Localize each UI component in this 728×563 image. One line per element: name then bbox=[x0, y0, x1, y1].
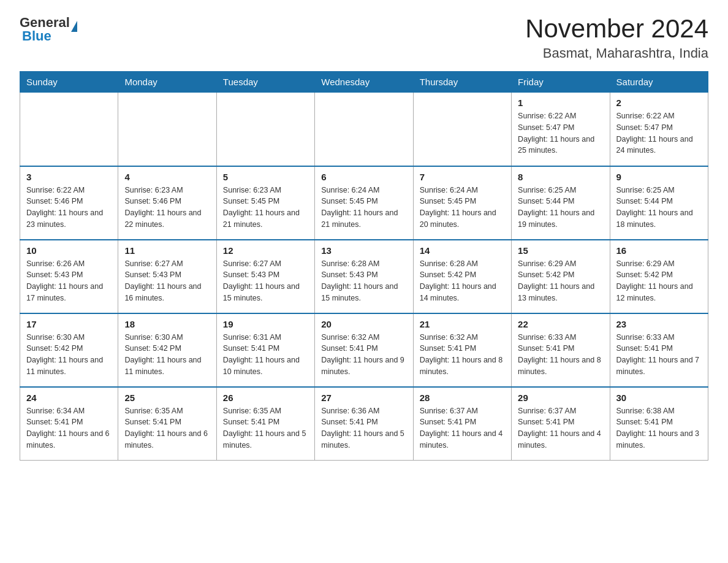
calendar-cell bbox=[118, 93, 216, 166]
day-number: 25 bbox=[124, 393, 210, 403]
day-info: Sunrise: 6:37 AMSunset: 5:41 PMDaylight:… bbox=[420, 405, 505, 451]
day-info: Sunrise: 6:35 AMSunset: 5:41 PMDaylight:… bbox=[124, 405, 210, 451]
calendar-cell: 1Sunrise: 6:22 AMSunset: 5:47 PMDaylight… bbox=[512, 93, 610, 166]
calendar-cell: 17Sunrise: 6:30 AMSunset: 5:42 PMDayligh… bbox=[20, 313, 118, 387]
calendar-cell: 28Sunrise: 6:37 AMSunset: 5:41 PMDayligh… bbox=[413, 387, 511, 461]
day-number: 20 bbox=[321, 319, 406, 329]
day-info: Sunrise: 6:30 AMSunset: 5:42 PMDaylight:… bbox=[26, 332, 112, 378]
calendar-cell: 15Sunrise: 6:29 AMSunset: 5:42 PMDayligh… bbox=[512, 240, 610, 313]
calendar-cell: 26Sunrise: 6:35 AMSunset: 5:41 PMDayligh… bbox=[216, 387, 314, 461]
month-title: November 2024 bbox=[525, 15, 708, 43]
day-number: 19 bbox=[223, 319, 308, 329]
day-number: 21 bbox=[420, 319, 505, 329]
calendar-cell: 2Sunrise: 6:22 AMSunset: 5:47 PMDaylight… bbox=[610, 93, 708, 166]
calendar-cell: 29Sunrise: 6:37 AMSunset: 5:41 PMDayligh… bbox=[512, 387, 610, 461]
day-info: Sunrise: 6:38 AMSunset: 5:41 PMDaylight:… bbox=[616, 405, 702, 451]
calendar-cell: 11Sunrise: 6:27 AMSunset: 5:43 PMDayligh… bbox=[118, 240, 216, 313]
day-number: 5 bbox=[223, 172, 308, 182]
day-number: 24 bbox=[26, 393, 112, 403]
calendar-cell bbox=[315, 93, 413, 166]
day-info: Sunrise: 6:37 AMSunset: 5:41 PMDaylight:… bbox=[518, 405, 603, 451]
day-number: 11 bbox=[124, 245, 210, 256]
day-info: Sunrise: 6:30 AMSunset: 5:42 PMDaylight:… bbox=[124, 332, 210, 378]
day-number: 1 bbox=[518, 98, 603, 108]
calendar-week-row: 24Sunrise: 6:34 AMSunset: 5:41 PMDayligh… bbox=[20, 387, 708, 461]
day-number: 3 bbox=[26, 172, 112, 182]
day-info: Sunrise: 6:26 AMSunset: 5:43 PMDaylight:… bbox=[26, 258, 112, 304]
calendar-cell: 16Sunrise: 6:29 AMSunset: 5:42 PMDayligh… bbox=[610, 240, 708, 313]
day-info: Sunrise: 6:25 AMSunset: 5:44 PMDaylight:… bbox=[518, 185, 603, 231]
calendar-week-row: 1Sunrise: 6:22 AMSunset: 5:47 PMDaylight… bbox=[20, 93, 708, 166]
calendar-cell: 22Sunrise: 6:33 AMSunset: 5:41 PMDayligh… bbox=[512, 313, 610, 387]
day-info: Sunrise: 6:34 AMSunset: 5:41 PMDaylight:… bbox=[26, 405, 112, 451]
location-title: Basmat, Maharashtra, India bbox=[525, 45, 708, 61]
weekday-header-wednesday: Wednesday bbox=[315, 72, 413, 93]
day-info: Sunrise: 6:27 AMSunset: 5:43 PMDaylight:… bbox=[223, 258, 308, 304]
day-number: 30 bbox=[616, 393, 702, 403]
weekday-header-sunday: Sunday bbox=[20, 72, 118, 93]
calendar-week-row: 10Sunrise: 6:26 AMSunset: 5:43 PMDayligh… bbox=[20, 240, 708, 313]
day-info: Sunrise: 6:29 AMSunset: 5:42 PMDaylight:… bbox=[518, 258, 603, 304]
day-number: 29 bbox=[518, 393, 603, 403]
day-number: 28 bbox=[420, 393, 505, 403]
calendar-cell: 30Sunrise: 6:38 AMSunset: 5:41 PMDayligh… bbox=[610, 387, 708, 461]
logo-blue-text: Blue bbox=[22, 28, 77, 44]
day-number: 8 bbox=[518, 172, 603, 182]
calendar-cell: 27Sunrise: 6:36 AMSunset: 5:41 PMDayligh… bbox=[315, 387, 413, 461]
day-number: 15 bbox=[518, 245, 603, 256]
weekday-header-saturday: Saturday bbox=[610, 72, 708, 93]
calendar-cell: 10Sunrise: 6:26 AMSunset: 5:43 PMDayligh… bbox=[20, 240, 118, 313]
calendar-cell: 5Sunrise: 6:23 AMSunset: 5:45 PMDaylight… bbox=[216, 166, 314, 240]
calendar-cell: 18Sunrise: 6:30 AMSunset: 5:42 PMDayligh… bbox=[118, 313, 216, 387]
calendar-cell bbox=[413, 93, 511, 166]
calendar-cell: 23Sunrise: 6:33 AMSunset: 5:41 PMDayligh… bbox=[610, 313, 708, 387]
weekday-header-thursday: Thursday bbox=[413, 72, 511, 93]
day-number: 6 bbox=[321, 172, 406, 182]
title-area: November 2024 Basmat, Maharashtra, India bbox=[525, 15, 708, 61]
day-number: 17 bbox=[26, 319, 112, 329]
day-info: Sunrise: 6:25 AMSunset: 5:44 PMDaylight:… bbox=[616, 185, 702, 231]
calendar-cell: 21Sunrise: 6:32 AMSunset: 5:41 PMDayligh… bbox=[413, 313, 511, 387]
logo: General Blue bbox=[20, 15, 77, 44]
header: General Blue November 2024 Basmat, Mahar… bbox=[20, 15, 708, 61]
day-info: Sunrise: 6:35 AMSunset: 5:41 PMDaylight:… bbox=[223, 405, 308, 451]
calendar-cell: 9Sunrise: 6:25 AMSunset: 5:44 PMDaylight… bbox=[610, 166, 708, 240]
calendar-cell: 8Sunrise: 6:25 AMSunset: 5:44 PMDaylight… bbox=[512, 166, 610, 240]
day-number: 26 bbox=[223, 393, 308, 403]
day-number: 16 bbox=[616, 245, 702, 256]
calendar-week-row: 3Sunrise: 6:22 AMSunset: 5:46 PMDaylight… bbox=[20, 166, 708, 240]
day-number: 23 bbox=[616, 319, 702, 329]
day-number: 10 bbox=[26, 245, 112, 256]
day-info: Sunrise: 6:22 AMSunset: 5:47 PMDaylight:… bbox=[616, 110, 702, 156]
calendar-cell: 24Sunrise: 6:34 AMSunset: 5:41 PMDayligh… bbox=[20, 387, 118, 461]
weekday-header-friday: Friday bbox=[512, 72, 610, 93]
day-number: 22 bbox=[518, 319, 603, 329]
day-info: Sunrise: 6:31 AMSunset: 5:41 PMDaylight:… bbox=[223, 332, 308, 378]
weekday-header-row: SundayMondayTuesdayWednesdayThursdayFrid… bbox=[20, 72, 708, 93]
calendar-cell: 12Sunrise: 6:27 AMSunset: 5:43 PMDayligh… bbox=[216, 240, 314, 313]
calendar-week-row: 17Sunrise: 6:30 AMSunset: 5:42 PMDayligh… bbox=[20, 313, 708, 387]
calendar-cell bbox=[216, 93, 314, 166]
day-number: 12 bbox=[223, 245, 308, 256]
day-info: Sunrise: 6:22 AMSunset: 5:46 PMDaylight:… bbox=[26, 185, 112, 231]
calendar-cell bbox=[20, 93, 118, 166]
day-info: Sunrise: 6:32 AMSunset: 5:41 PMDaylight:… bbox=[321, 332, 406, 378]
day-number: 7 bbox=[420, 172, 505, 182]
calendar-cell: 20Sunrise: 6:32 AMSunset: 5:41 PMDayligh… bbox=[315, 313, 413, 387]
day-info: Sunrise: 6:29 AMSunset: 5:42 PMDaylight:… bbox=[616, 258, 702, 304]
calendar-cell: 3Sunrise: 6:22 AMSunset: 5:46 PMDaylight… bbox=[20, 166, 118, 240]
calendar-cell: 7Sunrise: 6:24 AMSunset: 5:45 PMDaylight… bbox=[413, 166, 511, 240]
day-info: Sunrise: 6:23 AMSunset: 5:46 PMDaylight:… bbox=[124, 185, 210, 231]
weekday-header-monday: Monday bbox=[118, 72, 216, 93]
day-number: 2 bbox=[616, 98, 702, 108]
calendar-cell: 25Sunrise: 6:35 AMSunset: 5:41 PMDayligh… bbox=[118, 387, 216, 461]
day-info: Sunrise: 6:33 AMSunset: 5:41 PMDaylight:… bbox=[616, 332, 702, 378]
weekday-header-tuesday: Tuesday bbox=[216, 72, 314, 93]
calendar-cell: 6Sunrise: 6:24 AMSunset: 5:45 PMDaylight… bbox=[315, 166, 413, 240]
calendar-cell: 19Sunrise: 6:31 AMSunset: 5:41 PMDayligh… bbox=[216, 313, 314, 387]
calendar-cell: 13Sunrise: 6:28 AMSunset: 5:43 PMDayligh… bbox=[315, 240, 413, 313]
day-info: Sunrise: 6:23 AMSunset: 5:45 PMDaylight:… bbox=[223, 185, 308, 231]
calendar-table: SundayMondayTuesdayWednesdayThursdayFrid… bbox=[20, 71, 708, 461]
day-number: 4 bbox=[124, 172, 210, 182]
day-number: 27 bbox=[321, 393, 406, 403]
